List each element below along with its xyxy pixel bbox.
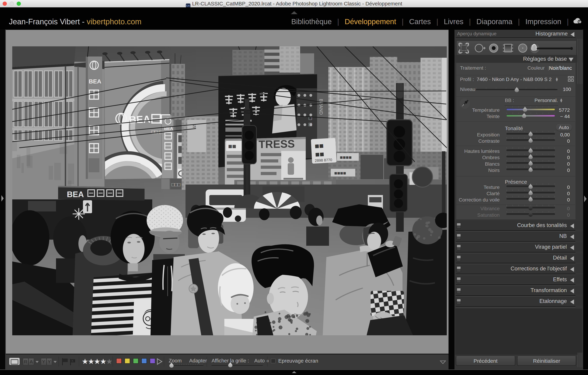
svg-text:BEA: BEA <box>129 113 151 125</box>
svg-text:TRESS: TRESS <box>259 138 295 151</box>
svg-text:■■: ■■ <box>315 142 324 150</box>
svg-text:■■■■: ■■■■ <box>334 170 346 176</box>
svg-text:■■: ■■ <box>315 150 324 159</box>
svg-text:BEA: BEA <box>89 78 101 85</box>
svg-text:BRAND: BRAND <box>318 99 324 115</box>
svg-text:■■: ■■ <box>228 142 236 150</box>
svg-text:□□ □: □□ □ <box>151 129 163 135</box>
svg-text:□□□: □□□ <box>171 182 180 187</box>
svg-text:BEA: BEA <box>67 190 84 199</box>
svg-text:□: □ <box>309 122 312 127</box>
svg-text:■■■■: ■■■■ <box>340 155 352 160</box>
svg-text:□: □ <box>309 115 312 121</box>
